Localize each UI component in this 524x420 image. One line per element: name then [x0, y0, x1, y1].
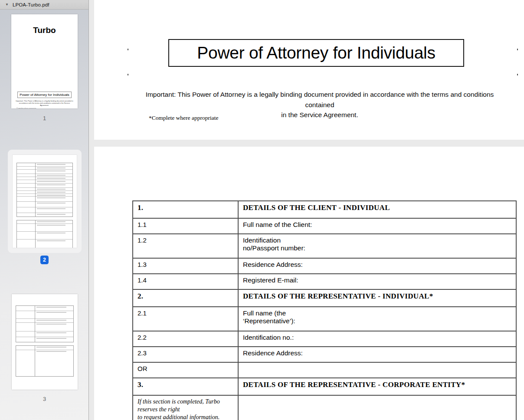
table-row: 2.1Full name (the ‘Representative’): [133, 307, 516, 331]
table-row: 1.2Identification no/Passport number: [133, 234, 516, 258]
thumb-title-text: Power of Attorney for Individuals [17, 92, 72, 98]
thumbnail-mini-row [17, 164, 72, 167]
thumbnail-mini-row [17, 181, 72, 184]
thumbnail-mini-row [17, 184, 72, 188]
table-row: 3.DETAILS OF THE REPRESENTATIVE - CORPOR… [133, 378, 516, 395]
row-number-cell: 1.1 [133, 218, 238, 234]
thumbnail-mini-row [16, 347, 73, 350]
thumbnail-mini-row [16, 307, 73, 311]
thumbnail-mini-row [17, 189, 72, 191]
stray-mark [128, 74, 128, 75]
thumbnail-mini-row [17, 195, 72, 197]
thumbnail-mini-row [17, 240, 72, 248]
row-label-cell: Residence Address: [238, 347, 516, 362]
document-main-title: Power of Attorney for Individuals [197, 43, 435, 62]
thumbnail-mini-row [17, 208, 72, 213]
pdf-viewer-window: ▼ LPOA-Turbo.pdf Turbo Power of Attorney… [0, 0, 524, 420]
row-number-cell: 1. [133, 201, 238, 218]
page-3-thumbnail-group: 3 [0, 294, 89, 402]
row-number-cell: 1.4 [133, 274, 238, 289]
thumbnail-mini-row [17, 192, 72, 194]
thumbnail-mini-row [17, 203, 72, 207]
row-label-cell [238, 362, 516, 378]
document-title: LPOA-Turbo.pdf [13, 2, 49, 7]
thumbnail-mini-row [16, 324, 73, 331]
row-number-cell: OR [133, 362, 238, 378]
thumb-brand-text: Turbo [11, 26, 78, 35]
thumb-important-text: Important: This Power of Attorney is a l… [16, 100, 74, 106]
table-row: 1.DETAILS OF THE CLIENT - INDIVIDUAL [133, 201, 516, 218]
table-row: 2.3Residence Address: [133, 347, 516, 362]
pdf-page-2[interactable]: 1.DETAILS OF THE CLIENT - INDIVIDUAL1.1F… [94, 147, 524, 420]
row-number-cell: If this section is completed, Turbo rese… [133, 395, 238, 420]
row-label-cell: Identification no.: [238, 331, 516, 347]
row-label-cell: Registered E-mail: [238, 274, 516, 289]
thumbnail-mini-table [16, 345, 74, 377]
selected-thumbnail-highlight [8, 150, 82, 253]
row-number-cell: 2.2 [133, 331, 238, 347]
thumbnail-mini-row [17, 178, 72, 180]
table-row: 2.DETAILS OF THE REPRESENTATIVE - INDIVI… [133, 289, 516, 307]
row-label-cell: DETAILS OF THE REPRESENTATIVE - INDIVIDU… [238, 289, 516, 307]
thumbnail-mini-row [17, 167, 72, 170]
selected-page-number-badge: 2 [40, 256, 49, 264]
thumbnail-mini-row [17, 225, 72, 232]
details-table: 1.DETAILS OF THE CLIENT - INDIVIDUAL1.1F… [132, 200, 517, 420]
page-number-label: 1 [0, 115, 89, 121]
row-number-cell: 2.3 [133, 347, 238, 362]
row-label-cell: Full name (the ‘Representative’): [238, 307, 516, 331]
row-number-cell: 3. [133, 378, 238, 395]
table-row: 1.3Residence Address: [133, 258, 516, 274]
row-label-cell: Identification no/Passport number: [238, 234, 516, 258]
thumbnail-mini-row [17, 197, 72, 202]
table-row: If this section is completed, Turbo rese… [133, 395, 516, 420]
thumbnail-mini-row [17, 175, 72, 177]
row-number-cell: 1.2 [133, 234, 238, 258]
row-label-cell: Full name of the Client: [238, 218, 516, 234]
thumbnail-mini-row [16, 320, 73, 323]
thumbnail-mini-row [17, 171, 72, 174]
thumbnail-mini-row [16, 351, 73, 376]
page-3-thumbnail[interactable] [12, 294, 78, 390]
thumbnail-mini-row [16, 332, 73, 337]
page-1-thumbnail[interactable]: Turbo Power of Attorney for Individuals … [11, 14, 78, 108]
thumbnail-mini-table [16, 220, 73, 248]
table-row: 1.4Registered E-mail: [133, 274, 516, 289]
thumbnail-mini-table [16, 305, 74, 342]
page-number-label: 3 [0, 396, 89, 402]
page-1-thumbnail-group: Turbo Power of Attorney for Individuals … [0, 14, 89, 121]
pdf-page-1[interactable]: Power of Attorney for Individuals Import… [94, 0, 524, 140]
page-2-thumbnail-group: 2 [0, 150, 89, 264]
thumb-note-text: *Complete where appropriate [16, 108, 78, 108]
row-number-cell: 2.1 [133, 307, 238, 331]
row-number-cell: 1.3 [133, 258, 238, 274]
thumbnail-mini-row [17, 214, 72, 217]
thumbnail-mini-row [17, 221, 72, 224]
table-row: 2.2Identification no.: [133, 331, 516, 347]
document-view[interactable]: Power of Attorney for Individuals Import… [89, 0, 524, 420]
stray-mark [517, 49, 518, 50]
row-label-cell: Residence Address: [238, 258, 516, 274]
sidebar-header: ▼ LPOA-Turbo.pdf [0, 0, 88, 10]
row-number-cell: 2. [133, 289, 238, 307]
complete-where-appropriate-note: *Complete where appropriate [149, 115, 218, 121]
row-label-cell [238, 395, 516, 420]
stray-mark [128, 49, 128, 50]
thumbnail-mini-table [16, 163, 73, 217]
page-2-thumbnail[interactable] [13, 155, 77, 248]
thumb-title-box: Power of Attorney for Individuals [11, 90, 78, 98]
thumbnail-mini-row [16, 338, 73, 342]
table-row: 1.1Full name of the Client: [133, 218, 516, 234]
document-title-box: Power of Attorney for Individuals [168, 39, 464, 67]
row-label-cell: DETAILS OF THE CLIENT - INDIVIDUAL [238, 201, 516, 218]
thumbnails-sidebar: ▼ LPOA-Turbo.pdf Turbo Power of Attorney… [0, 0, 89, 420]
stray-mark [517, 74, 518, 75]
disclosure-triangle-icon[interactable]: ▼ [5, 3, 9, 7]
thumbnail-mini-row [17, 233, 72, 240]
row-label-cell: DETAILS OF THE REPRESENTATIVE - CORPORAT… [238, 378, 516, 395]
thumbnail-mini-row [16, 312, 73, 319]
table-row: OR [133, 362, 516, 378]
